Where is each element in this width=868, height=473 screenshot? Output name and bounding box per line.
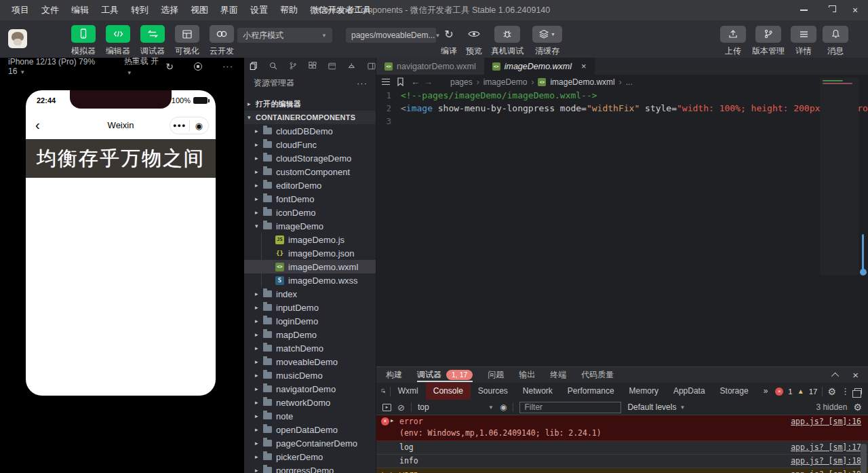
hot-reload-toggle[interactable]: 热重载 开▼: [124, 56, 166, 77]
console-message-log[interactable]: log app.js? [sm]:17: [376, 441, 868, 455]
code-line[interactable]: 2<image show-menu-by-longpress mode="wid…: [376, 102, 868, 115]
tree-item[interactable]: ▸editorDemo: [244, 178, 376, 192]
console-message-warn[interactable]: ▲ ▶ warn app.js? [sm]:19: [376, 468, 868, 473]
tree-item[interactable]: ▸matchDemo: [244, 341, 376, 355]
debugger-toggle-button[interactable]: 调试器: [138, 25, 167, 57]
cloud-dev-button[interactable]: 云开发: [208, 25, 236, 57]
tree-item[interactable]: JSimageDemo.js: [244, 233, 376, 246]
close-panel-icon[interactable]: ×: [852, 371, 859, 380]
version-control-button[interactable]: 版本管理: [752, 25, 785, 57]
panel-tab-code-quality[interactable]: 代码质量: [581, 367, 614, 383]
clear-cache-button[interactable]: ▼ 清缓存: [532, 25, 562, 57]
close-button[interactable]: ×: [842, 0, 868, 20]
console-source-link[interactable]: app.js? [sm]:16: [791, 417, 861, 427]
teapot-icon[interactable]: [347, 62, 356, 71]
code-line[interactable]: 1<!--pages/imageDemo/imageDemo.wxml-->: [376, 89, 868, 102]
tree-item[interactable]: <>imageDemo.wxml: [244, 260, 376, 273]
tree-item[interactable]: ▸cloudDBDemo: [244, 124, 376, 138]
devtools-tab-appdata[interactable]: AppData: [666, 383, 713, 400]
live-expression-eye-icon[interactable]: ◉: [500, 403, 507, 412]
split-panel-icon[interactable]: [368, 62, 376, 71]
console-message-error[interactable]: × ▶ error (env: Windows,mp,1.06.2409140;…: [376, 415, 868, 441]
error-badge-icon[interactable]: ×: [775, 387, 783, 396]
menu-item[interactable]: 文件: [37, 0, 64, 20]
tab-imageDemo[interactable]: <> imageDemo.wxml ×: [484, 58, 595, 75]
minimize-button[interactable]: [791, 0, 816, 20]
visualizer-toggle-button[interactable]: 可视化: [173, 25, 201, 57]
tree-item[interactable]: ▸porgressDemo: [244, 463, 376, 473]
tree-item[interactable]: ▸loginDemo: [244, 314, 376, 328]
tree-item[interactable]: ▸customComponent: [244, 165, 376, 178]
breadcrumb-item[interactable]: imageDemo: [484, 77, 528, 87]
warning-count[interactable]: 17: [809, 387, 818, 396]
compile-page-select[interactable]: pages/moveableDem... ▼: [346, 28, 436, 43]
devtools-tab-sources[interactable]: Sources: [471, 383, 515, 400]
tree-item[interactable]: ▸note: [244, 409, 376, 423]
menu-item[interactable]: 转到: [126, 0, 153, 20]
collapse-panel-icon[interactable]: [831, 372, 839, 379]
more-dots-icon[interactable]: ●●●: [170, 122, 189, 129]
console-source-link[interactable]: app.js? [sm]:17: [791, 442, 861, 453]
console-source-link[interactable]: app.js? [sm]:19: [791, 470, 861, 473]
preview-button[interactable]: 预览: [466, 25, 482, 57]
menu-item[interactable]: 设置: [245, 0, 273, 20]
tree-item[interactable]: ▸networkDomo: [244, 396, 376, 409]
devtools-menu-icon[interactable]: ⋮: [841, 386, 850, 396]
search-icon[interactable]: [269, 61, 277, 71]
tree-item[interactable]: ▸navigatorDemo: [244, 382, 376, 396]
tree-item[interactable]: ▸moveableDemo: [244, 355, 376, 368]
console-settings-icon[interactable]: ⚙: [853, 402, 862, 413]
demo-image[interactable]: 均衡存乎万物之间: [26, 139, 216, 178]
inspect-element-icon[interactable]: [381, 386, 386, 396]
hidden-messages-label[interactable]: 3 hidden: [816, 402, 847, 412]
devtools-settings-icon[interactable]: ⚙: [827, 386, 836, 397]
menu-item[interactable]: 编辑: [66, 0, 94, 20]
user-avatar[interactable]: [8, 29, 27, 48]
clear-console-icon[interactable]: ⊘: [397, 403, 405, 412]
devtools-tab-memory[interactable]: Memory: [622, 383, 666, 400]
back-arrow-icon[interactable]: ←: [411, 77, 420, 87]
panel-tab-terminal[interactable]: 终端: [550, 367, 566, 383]
tree-item[interactable]: {}imageDemo.json: [244, 246, 376, 260]
device-select[interactable]: iPhone 12/13 (Pro) 79% 16▼: [8, 57, 112, 76]
tree-item[interactable]: ▸inputDemo: [244, 301, 376, 314]
breadcrumb-item[interactable]: ...: [626, 77, 633, 87]
tree-section[interactable]: ▸打开的编辑器: [244, 97, 376, 111]
restore-button[interactable]: [816, 0, 842, 20]
phone-screen[interactable]: 22:44 100% ‹ Weixin ●●● ◉ 均衡存乎万物之间: [26, 90, 216, 396]
panel-tab-output[interactable]: 输出: [519, 367, 535, 383]
scroll-slider[interactable]: [862, 234, 864, 269]
compile-button[interactable]: ↻ 编译: [441, 25, 457, 57]
devtools-tab-storage[interactable]: Storage: [713, 383, 756, 400]
tree-item[interactable]: ▸pageContainerDemo: [244, 436, 376, 450]
expand-arrow-icon[interactable]: ▶: [391, 418, 393, 423]
devtools-tab-network[interactable]: Network: [515, 383, 560, 400]
console-message-info[interactable]: info app.js? [sm]:18: [376, 455, 868, 468]
devtools-tab-wxml[interactable]: Wxml: [391, 383, 426, 400]
context-select[interactable]: top ▼: [418, 402, 494, 412]
console-scrollbar[interactable]: [861, 444, 867, 473]
tree-item[interactable]: ▸fontDemo: [244, 192, 376, 206]
tree-item[interactable]: ▸mapDemo: [244, 328, 376, 341]
forward-arrow-icon[interactable]: →: [424, 77, 433, 87]
breadcrumb-item[interactable]: imageDemo.wxml: [550, 77, 614, 87]
tree-item[interactable]: ▸musicDemo: [244, 368, 376, 382]
tab-navigatorDemo[interactable]: <> navigatorDemo.wxml: [376, 58, 484, 75]
remote-debug-button[interactable]: 真机调试: [491, 25, 524, 57]
log-levels-select[interactable]: Default levels ▼: [627, 402, 685, 412]
messages-button[interactable]: 消息: [823, 25, 848, 57]
undock-icon[interactable]: [854, 388, 862, 394]
panel-tab-build[interactable]: 构建: [386, 367, 402, 383]
close-tab-icon[interactable]: ×: [581, 61, 587, 71]
code-line[interactable]: 3: [376, 115, 868, 128]
more-options-icon[interactable]: ···: [222, 61, 233, 71]
menu-item[interactable]: 微信开发者工具: [305, 0, 376, 20]
tree-item[interactable]: ▸cloudFunc: [244, 138, 376, 151]
minimap[interactable]: [820, 78, 859, 275]
window-icon[interactable]: [328, 62, 336, 71]
devtools-tab-console[interactable]: Console: [426, 383, 471, 400]
menu-item[interactable]: 项目: [7, 0, 34, 20]
tree-item[interactable]: SimageDemo.wxss: [244, 273, 376, 287]
tree-item[interactable]: ▸pickerDemo: [244, 450, 376, 463]
menu-item[interactable]: 工具: [96, 0, 123, 20]
